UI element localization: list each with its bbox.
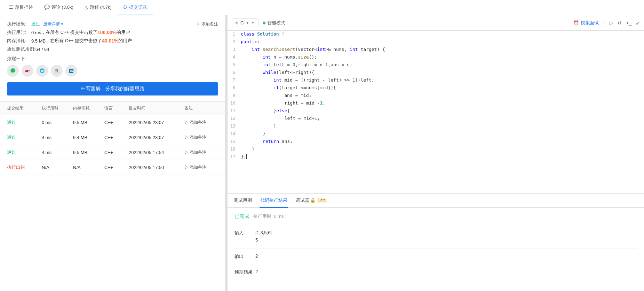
share-section: 炫耀一下: 豆: [7, 56, 218, 77]
description-icon: ☰: [9, 5, 13, 10]
tab-debugger[interactable]: 调试器 🔒 Beta: [295, 194, 328, 208]
simulate-button[interactable]: ⏰ 模拟面试: [573, 20, 599, 26]
terminal-icon[interactable]: >_: [626, 20, 631, 26]
code-content: return ans;: [241, 138, 293, 145]
exec-time-label: 执行用时:: [7, 29, 31, 36]
output-row: 输出 2: [234, 248, 637, 265]
row-status[interactable]: 通过: [7, 149, 42, 155]
add-note-button-top[interactable]: ▷ 添加备注: [196, 21, 218, 27]
comments-icon: 💬: [44, 5, 50, 10]
row-submit-time: 2022/02/05 17:54: [129, 150, 184, 155]
row-memory: 9.5 MB: [73, 120, 104, 125]
code-editor[interactable]: 1class Solution {2public:3 int searchIns…: [228, 31, 644, 193]
row-status[interactable]: 执行出错: [7, 164, 42, 170]
smart-mode-label: 智能模式: [267, 20, 285, 26]
reset-icon[interactable]: ↺: [618, 20, 622, 26]
tab-test-case[interactable]: 测试用例: [233, 194, 253, 208]
code-content: int n = nums.size();: [241, 54, 317, 61]
exec-time-suffix: 的用户: [117, 29, 130, 36]
memory-label: 内存消耗:: [7, 38, 31, 44]
table-body: 通过 0 ms 9.5 MB C++ 2022/02/05 23:07 ▷ 添加…: [0, 115, 225, 175]
line-number: 2: [230, 38, 241, 45]
input-value: [1,3,5,6] 5: [255, 229, 272, 244]
code-line: 4 int n = nums.size();: [228, 54, 644, 61]
code-content: }else{: [241, 107, 290, 115]
editor-icons: i ▷ ↺ >_ ⤢: [604, 20, 640, 26]
row-time: 4 ms: [42, 135, 73, 140]
row-status[interactable]: 通过: [7, 134, 42, 140]
row-memory: 9.4 MB: [73, 135, 104, 140]
info-icon[interactable]: i: [604, 20, 605, 26]
row-add-note[interactable]: ▷ 添加备注: [184, 164, 225, 170]
tab-solutions[interactable]: △ 题解 (4.7k): [79, 0, 117, 15]
chevron-down-icon: ▼: [251, 21, 255, 25]
language-selector[interactable]: © C++ ▼: [232, 18, 259, 27]
line-number: 1: [230, 31, 241, 38]
row-add-note[interactable]: ▷ 添加备注: [184, 135, 225, 140]
row-add-note[interactable]: ▷ 添加备注: [184, 120, 225, 125]
top-nav: ☰ 题目描述 💬 评论 (3.0k) △ 题解 (4.7k) ⏱ 提交记录: [0, 0, 644, 15]
code-line: 7 int mid = ((right - left) >> 1)+left;: [228, 77, 644, 84]
exec-result-value: 通过: [31, 21, 40, 27]
run-icon[interactable]: ▷: [610, 20, 613, 26]
line-number: 8: [230, 84, 241, 91]
code-line: 16 }: [228, 146, 644, 153]
write-solution-button[interactable]: ✏ 写题解，分享我的解题思路: [7, 82, 218, 95]
code-content: class Solution {: [241, 31, 284, 38]
submissions-icon: ⏱: [123, 5, 127, 10]
panel-divider[interactable]: [225, 15, 228, 291]
row-memory: N/A: [73, 165, 104, 170]
exec-time-value: 0 ms: [31, 30, 41, 35]
code-line: 11 }else{: [228, 107, 644, 115]
lang-label: C++: [240, 20, 249, 25]
linkedin-icon[interactable]: [65, 65, 77, 77]
wechat-icon[interactable]: [7, 65, 19, 77]
row-submit-time: 2022/02/05 17:50: [129, 165, 184, 170]
code-line: 5 int left = 0,right = n-1,ans = n;: [228, 61, 644, 69]
smart-mode-dot: [263, 22, 265, 24]
editor-header-right: ⏰ 模拟面试 i ▷ ↺ >_ ⤢: [573, 20, 640, 26]
solutions-icon: △: [85, 5, 88, 10]
code-line: 9 ans = mid;: [228, 92, 644, 100]
line-number: 10: [230, 100, 241, 107]
row-add-note[interactable]: ▷ 添加备注: [184, 150, 225, 155]
col-note: 备注: [184, 105, 225, 111]
table-row: 通过 0 ms 9.5 MB C++ 2022/02/05 23:07 ▷ 添加…: [0, 115, 225, 130]
test-cases-label: 通过测试用例:: [7, 46, 35, 52]
lock-icon: 🔒: [310, 198, 316, 203]
row-lang: C++: [104, 120, 129, 125]
code-line: 17};: [228, 153, 644, 161]
col-time: 执行用时: [42, 105, 73, 111]
tab-exec-result[interactable]: 代码执行结果: [260, 194, 288, 208]
code-line: 15 return ans;: [228, 138, 644, 146]
code-line: 2public:: [228, 38, 644, 46]
row-submit-time: 2022/02/05 23:07: [129, 120, 184, 125]
share-label: 炫耀一下:: [7, 56, 218, 62]
line-number: 7: [230, 77, 241, 84]
line-number: 3: [230, 46, 241, 53]
tab-comments[interactable]: 💬 评论 (3.0k): [39, 0, 79, 15]
beta-badge: Beta: [317, 198, 327, 202]
exec-result-label: 执行结果:: [7, 21, 31, 27]
bottom-content: 已完成 执行用时: 0 ms 输入 [1,3,5,6] 5 输出 2 预期结果: [228, 208, 644, 291]
douban-icon[interactable]: 豆: [51, 65, 63, 77]
code-line: 13 }: [228, 123, 644, 130]
code-content: int mid = ((right - left) >> 1)+left;: [241, 77, 374, 84]
exec-time-percent: 100.00%: [97, 30, 117, 35]
tab-submissions[interactable]: ⏱ 提交记录: [117, 0, 153, 15]
tab-description[interactable]: ☰ 题目描述: [3, 0, 39, 15]
code-content: if(target <=nums[mid]){: [241, 84, 336, 92]
show-detail-link[interactable]: 显示详情 »: [43, 21, 63, 27]
memory-desc: ，在所有 C++ 提交中击败了: [46, 38, 102, 44]
qq-icon[interactable]: [36, 65, 48, 77]
code-content: int searchInsert(vector<int>& nums, int …: [241, 46, 385, 53]
row-status[interactable]: 通过: [7, 119, 42, 125]
fullscreen-icon[interactable]: ⤢: [636, 20, 640, 26]
output-value: 2: [255, 253, 258, 260]
expected-label: 预期结果: [234, 268, 255, 275]
code-content: }: [241, 146, 254, 153]
line-number: 13: [230, 123, 241, 130]
weibo-icon[interactable]: [22, 65, 33, 77]
table-row: 执行出错 N/A N/A C++ 2022/02/05 17:50 ▷ 添加备注: [0, 160, 225, 175]
code-content: public:: [241, 38, 260, 46]
